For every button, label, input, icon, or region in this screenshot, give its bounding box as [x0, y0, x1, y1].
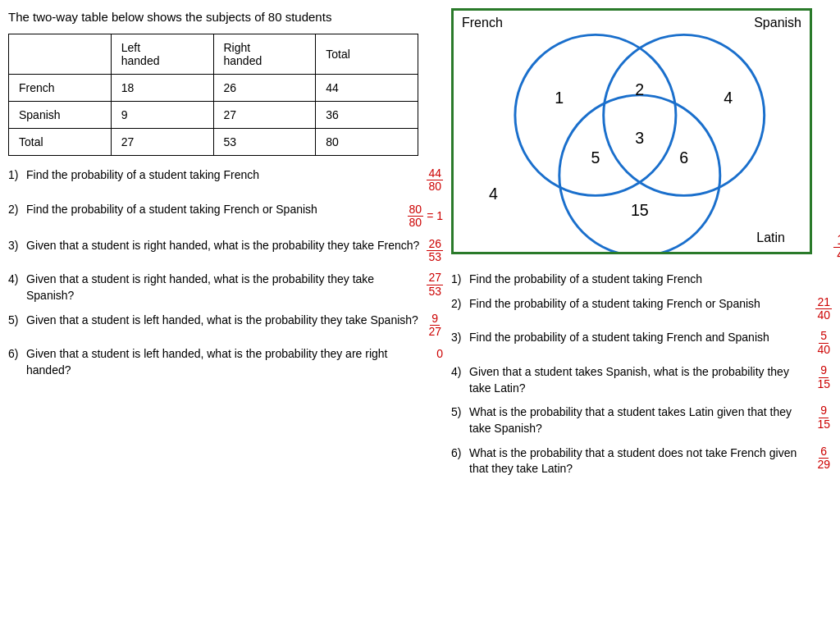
- q-text: Given that a student is right handed, wh…: [26, 272, 423, 304]
- total-total: 80: [316, 129, 418, 156]
- denominator: 40: [815, 309, 832, 322]
- venn-diagram: French Spanish Latin 1 2 4: [451, 8, 812, 254]
- svg-point-0: [515, 34, 676, 195]
- right-panel: French Spanish Latin 1 2 4: [451, 8, 832, 622]
- svg-point-1: [604, 34, 765, 195]
- q-answer: 80 80 = 1: [408, 202, 443, 230]
- right-q5: 5) What is the probability that a studen…: [451, 404, 832, 436]
- table-row: Total 27 53 80: [9, 129, 418, 156]
- fraction: 9 27: [427, 313, 443, 339]
- numerator: 27: [427, 272, 443, 285]
- q-num: 6): [8, 346, 26, 363]
- q-answer: 9 27: [427, 313, 443, 339]
- venn-frac-num: 11: [833, 233, 840, 249]
- q-answer: 9 15: [815, 364, 832, 390]
- denominator: 29: [815, 459, 832, 471]
- q-text: Given that a student is right handed, wh…: [26, 238, 423, 254]
- svg-point-2: [559, 95, 720, 252]
- spanish-left: 9: [111, 102, 213, 129]
- venn-num-latin-only: 15: [631, 201, 649, 219]
- numerator: 26: [427, 238, 443, 251]
- denominator: 53: [427, 285, 443, 298]
- venn-num-french-spanish: 2: [635, 80, 644, 98]
- q-num: 2): [8, 202, 26, 218]
- q-answer: 0: [436, 346, 443, 363]
- numerator: 9: [819, 364, 829, 377]
- venn-num-outside: 4: [489, 185, 498, 203]
- right-q1: 1) Find the probability of a student tak…: [451, 272, 832, 288]
- denominator: 80: [427, 180, 443, 193]
- left-q4: 4) Given that a student is right handed,…: [8, 272, 443, 304]
- spanish-right: 27: [213, 102, 316, 129]
- right-q6: 6) What is the probability that a studen…: [451, 445, 832, 477]
- denominator: 40: [815, 344, 832, 356]
- q-answer: 27 53: [427, 272, 443, 298]
- table-row: French 18 26 44: [9, 75, 418, 102]
- q-answer: 5 40: [815, 330, 832, 356]
- q-num: 2): [451, 296, 469, 313]
- numerator: 6: [819, 445, 829, 459]
- q-text: Find the probability of a student taking…: [469, 296, 812, 313]
- total-right: 53: [213, 129, 316, 156]
- left-questions: 1) Find the probability of a student tak…: [8, 167, 443, 379]
- right-questions: 1) Find the probability of a student tak…: [451, 272, 832, 477]
- q-text: What is the probability that a student t…: [469, 404, 812, 436]
- total-left: 27: [111, 129, 213, 156]
- q-num: 1): [8, 167, 26, 184]
- col-header-right-handed: Righthanded: [213, 34, 316, 75]
- french-total: 44: [316, 75, 418, 102]
- right-q4: 4) Given that a student takes Spanish, w…: [451, 364, 832, 396]
- q-text: Find the probability of a student taking…: [469, 272, 832, 288]
- row-label-spanish: Spanish: [9, 102, 112, 129]
- col-header-total: Total: [316, 34, 418, 75]
- denominator: 15: [815, 418, 832, 431]
- q-num: 6): [451, 445, 469, 462]
- q-num: 4): [8, 272, 26, 288]
- left-panel: The two-way table below shows the subjec…: [8, 8, 443, 622]
- q-answer: 9 15: [815, 404, 832, 431]
- q-text: Given that a student is left handed, wha…: [26, 346, 430, 378]
- denominator: 53: [427, 251, 443, 263]
- venn-num-spanish-latin: 6: [679, 148, 688, 167]
- denominator: 27: [427, 326, 443, 338]
- q-text: Find the probability of a student taking…: [26, 167, 423, 184]
- numerator: 9: [819, 404, 829, 418]
- left-q2: 2) Find the probability of a student tak…: [8, 202, 443, 230]
- q-num: 5): [451, 404, 469, 421]
- q-num: 3): [451, 330, 469, 346]
- right-q3: 3) Find the probability of a student tak…: [451, 330, 832, 356]
- left-q5: 5) Given that a student is left handed, …: [8, 313, 443, 339]
- q-answer: 21 40: [815, 296, 832, 322]
- numerator: 44: [427, 167, 443, 180]
- spanish-total: 36: [316, 102, 418, 129]
- venn-num-french-only: 1: [555, 89, 564, 107]
- fraction: 27 53: [427, 272, 443, 298]
- numerator: 9: [430, 313, 440, 326]
- q-text: What is the probability that a student d…: [469, 445, 812, 477]
- q-answer: 44 80: [427, 167, 443, 194]
- venn-frac-den: 40: [833, 248, 840, 262]
- equals-one: = 1: [427, 208, 443, 225]
- venn-svg: 1 2 4 5 3 6 15 4: [454, 11, 810, 252]
- q-answer: 26 53: [427, 238, 443, 264]
- denominator: 80: [408, 217, 424, 229]
- numerator: 5: [819, 330, 829, 343]
- q-num: 5): [8, 313, 26, 329]
- numerator: 21: [815, 296, 832, 309]
- table-row: Spanish 9 27 36: [9, 102, 418, 129]
- left-q6: 6) Given that a student is left handed, …: [8, 346, 443, 378]
- col-header-left-handed: Lefthanded: [111, 34, 213, 75]
- left-q3: 3) Given that a student is right handed,…: [8, 238, 443, 264]
- q-text: Given that a student takes Spanish, what…: [469, 364, 812, 396]
- venn-num-all-three: 3: [635, 129, 644, 147]
- fraction: 80 80: [408, 203, 424, 230]
- eq-one: 80 80 = 1: [408, 203, 443, 230]
- venn-num-spanish-only: 4: [724, 89, 733, 107]
- q-answer: 6 29: [815, 445, 832, 472]
- fraction: 26 53: [427, 238, 443, 264]
- q-num: 4): [451, 364, 469, 381]
- right-q2: 2) Find the probability of a student tak…: [451, 296, 832, 322]
- fraction: 44 80: [427, 167, 443, 194]
- numerator: 80: [408, 203, 424, 217]
- q-text: Given that a student is left handed, wha…: [26, 313, 423, 329]
